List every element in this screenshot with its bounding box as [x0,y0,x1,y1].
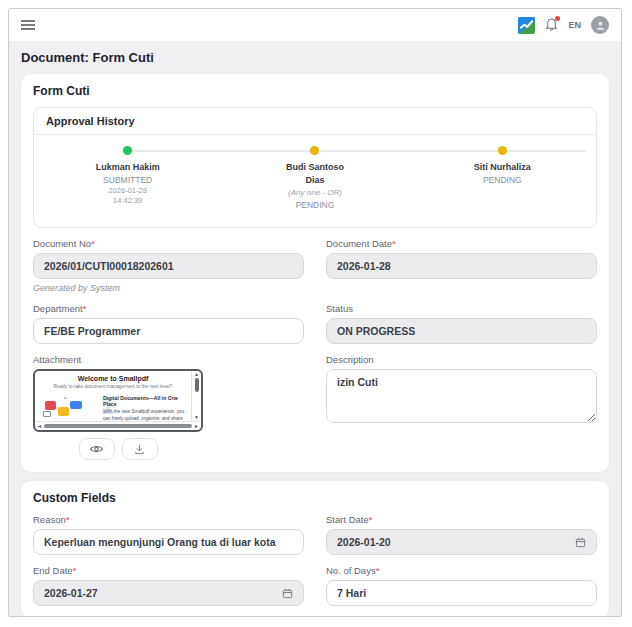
scroll-left-icon[interactable]: ◄ [37,424,42,429]
no-of-days-label: No. of Days* [326,565,597,576]
pdf-file-icon [45,401,56,410]
pdf-title: Welcome to Smallpdf [41,375,185,382]
approver-name-alt: Dias [305,174,324,187]
eye-icon [90,444,103,454]
department-label: Department* [33,303,304,314]
preview-vertical-scrollbar[interactable]: ▲ ▼ [191,371,201,421]
required-asterisk: * [73,565,77,576]
pdf-section-title: Digital Documents—All in One Place [103,395,185,407]
no-of-days-input[interactable] [326,580,597,606]
approval-step-2: Budi Santoso Dias (Any one - OR) PENDING [221,146,408,211]
approver-name: Lukman Hakim [96,161,160,174]
approval-date: 2026-01-28 [108,186,146,196]
menu-hamburger-icon[interactable] [21,19,35,31]
document-date-field: 2026-01-28 [326,253,597,279]
horizontal-scroll-thumb[interactable] [44,424,192,428]
approval-history-panel: Approval History Lukman Hakim SUBMITTED … [33,107,597,228]
folder-icon [43,411,51,417]
notification-dot [555,16,560,21]
approver-name: Siti Nurhaliza [474,161,531,174]
approval-history-title: Approval History [34,108,596,135]
required-asterisk: * [376,565,380,576]
form-cuti-card: Form Cuti Approval History Lukman Hakim … [21,74,609,472]
approval-rule-note: (Any one - OR) [288,187,342,199]
preview-horizontal-scrollbar[interactable]: ◄ ► [35,421,201,430]
approver-status: PENDING [483,174,522,186]
download-icon [134,444,145,455]
pdf-section-body: With the new Smallpdf experience, you ca… [103,409,185,421]
status-label: Status [326,303,597,314]
end-date-label: End Date* [33,565,304,576]
document-date-label: Document Date* [326,238,597,249]
calendar-icon [282,588,293,599]
approval-time: 14:42:39 [113,196,142,206]
required-asterisk: * [392,238,396,249]
page-title: Document: Form Cuti [21,50,609,65]
document-no-label: Document No* [33,238,304,249]
required-asterisk: * [91,238,95,249]
attachment-label: Attachment [33,354,304,365]
required-asterisk: * [83,303,87,314]
end-date-field: 2026-01-27 [33,580,304,606]
user-avatar[interactable] [591,16,609,34]
pdf-page-content: Welcome to Smallpdf Ready to take docume… [35,371,191,421]
calendar-icon [575,537,586,548]
reason-input[interactable] [33,529,304,555]
app-window: EN Document: Form Cuti Form Cuti Approva… [8,8,622,617]
required-asterisk: * [369,514,373,525]
step-dot-submitted [123,146,132,155]
approval-step-1: Lukman Hakim SUBMITTED 2026-01-28 14:42:… [34,146,221,211]
description-textarea[interactable]: izin Cuti [326,369,597,423]
custom-fields-card: Custom Fields Reason* Start Date* 2026-0… [21,481,609,616]
start-date-label: Start Date* [326,514,597,525]
preview-attachment-button[interactable] [79,438,115,460]
main-content: Document: Form Cuti Form Cuti Approval H… [9,41,621,616]
scroll-down-icon[interactable]: ▼ [194,415,199,420]
start-date-field: 2026-01-20 [326,529,597,555]
step-dot-pending [310,146,319,155]
notifications-bell-icon[interactable] [545,18,558,32]
required-asterisk: * [66,514,70,525]
pdf-subtitle: Ready to take document management to the… [41,384,185,389]
document-no-field: 2026/01/CUTI00018202601 [33,253,304,279]
download-attachment-button[interactable] [122,438,158,460]
approver-name: Budi Santoso [286,161,344,174]
app-logo-chart-icon[interactable] [518,17,535,34]
image-file-icon [58,407,69,416]
approval-step-3: Siti Nurhaliza PENDING [409,146,596,211]
status-field: ON PROGRESS [326,318,597,344]
scroll-right-icon[interactable]: ► [194,424,199,429]
attachment-pdf-preview[interactable]: Welcome to Smallpdf Ready to take docume… [33,369,203,432]
reason-label: Reason* [33,514,304,525]
language-selector[interactable]: EN [568,20,581,30]
custom-fields-title: Custom Fields [33,491,597,505]
approval-timeline: Lukman Hakim SUBMITTED 2026-01-28 14:42:… [34,135,596,227]
description-label: Description [326,354,597,365]
top-bar: EN [9,9,621,41]
sparkle-icon: ✦ [63,395,67,401]
scroll-up-icon[interactable]: ▲ [194,372,199,377]
step-dot-pending [498,146,507,155]
pdf-file-icons: ✦ [41,395,97,419]
doc-file-icon [70,401,82,409]
vertical-scroll-thumb[interactable] [195,378,199,392]
form-card-title: Form Cuti [33,84,597,98]
department-input[interactable] [33,318,304,344]
document-no-helper: Generated by System [33,283,304,293]
approver-status: SUBMITTED [103,174,152,186]
approver-status: PENDING [296,199,335,211]
